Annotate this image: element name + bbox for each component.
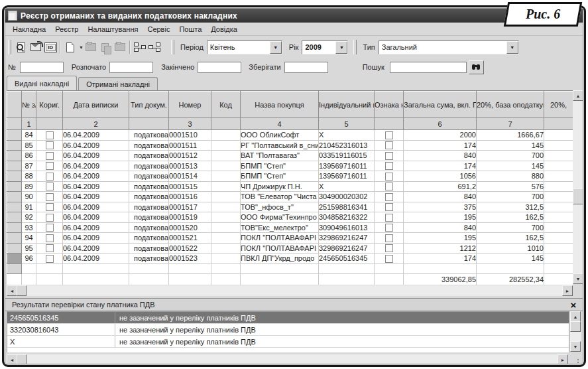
table-row[interactable]: 88 06.04.2009 податкова 0001514 БПМП "Ст…	[7, 171, 573, 182]
close-icon[interactable]: ×	[568, 299, 579, 310]
corr-checkbox[interactable]	[46, 141, 54, 149]
table-row[interactable]: 89 06.04.2009 податкова 0001515 ЧП Дрижи…	[7, 181, 573, 192]
mail-button[interactable]	[29, 40, 43, 54]
row-selector[interactable]	[7, 151, 22, 161]
corr-checkbox[interactable]	[46, 162, 54, 170]
started-input[interactable]	[109, 62, 153, 73]
menu-item[interactable]: Довідка	[206, 24, 242, 35]
period-combobox[interactable]: Квітень	[207, 40, 282, 54]
id-button[interactable]	[43, 40, 58, 54]
column-header[interactable]: 20%,	[544, 92, 573, 118]
table-row[interactable]: 85 06.04.2009 податкова 0001511 РГ "Полт…	[7, 140, 573, 151]
scroll-up-icon[interactable]: ▲	[573, 90, 583, 101]
table-horizontal-scrollbar[interactable]: ◄ ►	[7, 285, 573, 296]
column-header[interactable]: Індивідуальний податковий номер покупця	[319, 92, 375, 118]
row-selector[interactable]	[7, 192, 22, 202]
row-selector[interactable]	[7, 130, 22, 141]
search-input[interactable]	[390, 62, 467, 73]
column-header[interactable]: Код	[211, 92, 241, 118]
finished-input[interactable]	[198, 62, 241, 73]
toolbar-grip[interactable]	[8, 40, 11, 54]
scroll-down-icon[interactable]: ▼	[570, 341, 581, 352]
table-row[interactable]: 84 06.04.2009 податкова 0001510 ООО Обли…	[7, 130, 573, 141]
corr-checkbox[interactable]	[46, 214, 54, 222]
column-header[interactable]: Загальна сума, вкл. ПДВ	[404, 92, 477, 118]
result-row[interactable]: X не зазначений у переліку платників ПДВ	[7, 336, 569, 348]
corr-checkbox[interactable]	[46, 234, 54, 242]
row-selector[interactable]	[7, 202, 22, 212]
result-row[interactable]: 332030816043 не зазначений у переліку пл…	[7, 324, 569, 336]
nonres-checkbox[interactable]	[385, 162, 393, 170]
table-row[interactable]: 93 06.04.2009 податкова 0001520 ТОВ"Екс_…	[7, 222, 573, 233]
corr-checkbox[interactable]	[46, 203, 54, 211]
result-row[interactable]: 245650516345 не зазначений у переліку пл…	[7, 312, 569, 324]
table-row[interactable]: 94 06.04.2009 податкова 0001521 ПОКЛ "ПО…	[7, 233, 573, 244]
corr-checkbox[interactable]	[46, 255, 54, 263]
keep-input[interactable]	[284, 62, 328, 73]
row-selector[interactable]	[7, 222, 22, 233]
chevron-down-icon[interactable]	[270, 41, 282, 54]
scroll-thumb[interactable]	[17, 354, 27, 364]
table-row[interactable]: 87 06.04.2009 податкова 0001513 БПМП "Ст…	[7, 161, 573, 171]
column-header[interactable]: 20%, база оподаткування	[477, 92, 544, 118]
nonres-checkbox[interactable]	[385, 131, 393, 139]
nonres-checkbox[interactable]	[385, 214, 393, 222]
year-combobox[interactable]: 2009	[302, 40, 348, 54]
menu-item[interactable]: Реєстр	[50, 24, 83, 35]
doc-preview-button[interactable]	[14, 40, 29, 54]
tab[interactable]: Отримані накладні	[78, 77, 158, 90]
table-row[interactable]: 90 06.04.2009 податкова 0001516 ТОВ "Еле…	[7, 192, 573, 202]
row-selector[interactable]	[7, 233, 22, 244]
nonres-checkbox[interactable]	[385, 255, 393, 263]
chevron-down-icon[interactable]	[335, 41, 347, 54]
resize-grip[interactable]	[570, 354, 581, 364]
table-row[interactable]: 92 06.04.2009 податкова 0001519 ООО Фирм…	[7, 212, 573, 223]
scroll-thumb[interactable]	[17, 285, 27, 296]
menu-item[interactable]: Пошта	[174, 24, 206, 35]
corr-checkbox[interactable]	[46, 244, 54, 252]
type-combobox[interactable]: Загальний	[379, 40, 519, 54]
toolbar-grip[interactable]	[353, 40, 357, 54]
nonres-checkbox[interactable]	[385, 152, 393, 160]
menu-item[interactable]: Сервіс	[143, 24, 174, 35]
corr-checkbox[interactable]	[46, 173, 54, 181]
column-header[interactable]: Номер	[169, 92, 211, 118]
nonres-checkbox[interactable]	[385, 203, 393, 211]
table-row[interactable]: 95 06.04.2009 податкова 0001522 ПОКЛ "ПО…	[7, 243, 573, 254]
row-selector[interactable]	[7, 243, 22, 254]
dropdown-caret-icon[interactable]: ▼	[79, 45, 84, 50]
column-header[interactable]: Кориг.	[36, 92, 63, 118]
chevron-down-icon[interactable]	[506, 41, 518, 54]
nonres-checkbox[interactable]	[385, 193, 393, 201]
menu-item[interactable]: Накладна	[8, 24, 50, 35]
nonres-checkbox[interactable]	[385, 183, 393, 190]
new-doc-button[interactable]	[63, 40, 78, 54]
row-selector[interactable]	[7, 181, 22, 192]
scroll-thumb[interactable]	[570, 321, 581, 332]
corr-checkbox[interactable]	[46, 131, 54, 139]
nonres-checkbox[interactable]	[385, 244, 393, 252]
toolbar-grip[interactable]	[171, 40, 174, 54]
number-input[interactable]	[20, 62, 64, 73]
scroll-left-icon[interactable]: ◄	[7, 354, 17, 364]
corr-checkbox[interactable]	[46, 193, 54, 201]
row-selector[interactable]	[7, 212, 22, 223]
column-header[interactable]: № з/п	[22, 92, 36, 118]
results-horizontal-scrollbar[interactable]: ◄ ►	[7, 354, 568, 364]
menu-item[interactable]: Налаштування	[83, 24, 143, 35]
nonres-checkbox[interactable]	[385, 224, 393, 232]
scroll-up-icon[interactable]: ▲	[570, 311, 581, 322]
table-row[interactable]: 91 06.04.2009 податкова 0001517 ТОВ"_нфо…	[7, 202, 573, 212]
column-header[interactable]: Ознака нерез.	[375, 92, 404, 118]
table-row[interactable]: 86 06.04.2009 податкова 0001512 ВАТ "Пол…	[7, 151, 573, 161]
row-selector[interactable]	[7, 140, 22, 151]
table-vertical-scrollbar[interactable]: ▲ ▼	[573, 90, 583, 284]
tab[interactable]: Видані накладні	[7, 76, 77, 90]
scroll-down-icon[interactable]: ▼	[573, 273, 583, 284]
split-right-button[interactable]	[147, 40, 162, 54]
scroll-left-icon[interactable]: ◄	[7, 285, 17, 296]
table-row[interactable]: 96 06.04.2009 податкова 0001523 ПВКЛ ДП"…	[7, 254, 573, 264]
nonres-checkbox[interactable]	[385, 141, 393, 149]
search-button[interactable]	[469, 60, 484, 74]
results-vertical-scrollbar[interactable]: ▲ ▼	[570, 311, 581, 352]
